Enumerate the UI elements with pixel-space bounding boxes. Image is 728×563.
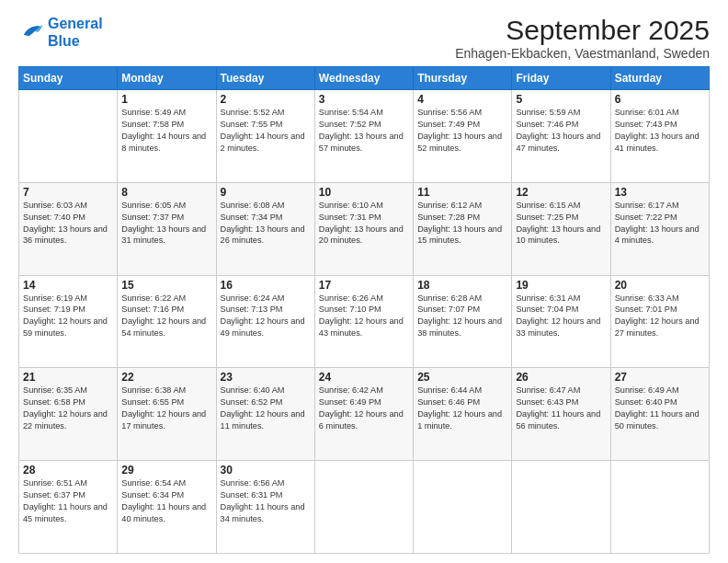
day-number: 27 <box>615 371 705 384</box>
day-number: 2 <box>221 93 311 106</box>
cell-info: Sunrise: 6:56 AMSunset: 6:31 PMDaylight:… <box>221 477 311 525</box>
day-number: 3 <box>319 93 409 106</box>
day-number: 5 <box>516 93 606 106</box>
calendar-cell: 19Sunrise: 6:31 AMSunset: 7:04 PMDayligh… <box>512 275 610 368</box>
calendar-cell: 4Sunrise: 5:56 AMSunset: 7:49 PMDaylight… <box>414 90 512 183</box>
calendar-week-1: 1Sunrise: 5:49 AMSunset: 7:58 PMDaylight… <box>19 90 710 183</box>
col-sunday: Sunday <box>19 67 118 90</box>
cell-info: Sunrise: 6:28 AMSunset: 7:07 PMDaylight:… <box>417 293 507 340</box>
calendar-cell: 15Sunrise: 6:22 AMSunset: 7:16 PMDayligh… <box>118 275 216 368</box>
day-number: 13 <box>615 186 705 199</box>
col-monday: Monday <box>118 67 216 90</box>
calendar-week-2: 7Sunrise: 6:03 AMSunset: 7:40 PMDaylight… <box>19 182 710 275</box>
calendar-cell: 3Sunrise: 5:54 AMSunset: 7:52 PMDaylight… <box>314 90 413 183</box>
cell-info: Sunrise: 6:05 AMSunset: 7:37 PMDaylight:… <box>121 200 211 247</box>
calendar-cell: 14Sunrise: 6:19 AMSunset: 7:19 PMDayligh… <box>19 275 118 368</box>
calendar-cell: 26Sunrise: 6:47 AMSunset: 6:43 PMDayligh… <box>512 368 610 461</box>
calendar-cell: 25Sunrise: 6:44 AMSunset: 6:46 PMDayligh… <box>414 368 512 461</box>
day-number: 12 <box>516 186 606 199</box>
calendar-cell: 23Sunrise: 6:40 AMSunset: 6:52 PMDayligh… <box>216 368 314 461</box>
calendar-cell: 29Sunrise: 6:54 AMSunset: 6:34 PMDayligh… <box>118 461 216 554</box>
cell-info: Sunrise: 6:22 AMSunset: 7:16 PMDaylight:… <box>121 293 211 340</box>
col-wednesday: Wednesday <box>314 67 413 90</box>
col-thursday: Thursday <box>414 67 512 90</box>
calendar-cell: 1Sunrise: 5:49 AMSunset: 7:58 PMDaylight… <box>118 90 216 183</box>
day-number: 14 <box>23 279 113 292</box>
day-number: 4 <box>417 93 507 106</box>
calendar-week-5: 28Sunrise: 6:51 AMSunset: 6:37 PMDayligh… <box>19 461 710 554</box>
calendar-cell: 5Sunrise: 5:59 AMSunset: 7:46 PMDaylight… <box>512 90 610 183</box>
day-number: 28 <box>23 464 113 477</box>
cell-info: Sunrise: 6:24 AMSunset: 7:13 PMDaylight:… <box>221 293 311 340</box>
cell-info: Sunrise: 6:51 AMSunset: 6:37 PMDaylight:… <box>23 477 113 525</box>
title-block: September 2025 Enhagen-Ekbacken, Vaestma… <box>455 15 710 61</box>
day-number: 23 <box>221 371 311 384</box>
calendar-cell: 9Sunrise: 6:08 AMSunset: 7:34 PMDaylight… <box>216 182 314 275</box>
calendar-cell <box>610 461 709 554</box>
calendar-cell: 28Sunrise: 6:51 AMSunset: 6:37 PMDayligh… <box>19 461 118 554</box>
col-saturday: Saturday <box>610 67 709 90</box>
calendar-cell: 10Sunrise: 6:10 AMSunset: 7:31 PMDayligh… <box>314 182 413 275</box>
calendar-cell: 22Sunrise: 6:38 AMSunset: 6:55 PMDayligh… <box>118 368 216 461</box>
day-number: 16 <box>221 279 311 292</box>
calendar-cell: 11Sunrise: 6:12 AMSunset: 7:28 PMDayligh… <box>414 182 512 275</box>
day-number: 20 <box>615 279 705 292</box>
cell-info: Sunrise: 5:49 AMSunset: 7:58 PMDaylight:… <box>121 107 211 155</box>
day-number: 17 <box>319 279 409 292</box>
logo: General Blue <box>18 15 103 50</box>
cell-info: Sunrise: 6:40 AMSunset: 6:52 PMDaylight:… <box>221 385 311 432</box>
logo-icon <box>18 22 44 42</box>
cell-info: Sunrise: 6:10 AMSunset: 7:31 PMDaylight:… <box>319 200 409 247</box>
cell-info: Sunrise: 6:42 AMSunset: 6:49 PMDaylight:… <box>319 385 409 432</box>
page-title: September 2025 <box>455 15 710 46</box>
calendar-cell: 24Sunrise: 6:42 AMSunset: 6:49 PMDayligh… <box>314 368 413 461</box>
calendar-cell: 13Sunrise: 6:17 AMSunset: 7:22 PMDayligh… <box>610 182 709 275</box>
cell-info: Sunrise: 6:31 AMSunset: 7:04 PMDaylight:… <box>516 293 606 340</box>
calendar-cell <box>19 90 118 183</box>
cell-info: Sunrise: 6:38 AMSunset: 6:55 PMDaylight:… <box>121 385 211 432</box>
calendar-cell: 21Sunrise: 6:35 AMSunset: 6:58 PMDayligh… <box>19 368 118 461</box>
cell-info: Sunrise: 5:54 AMSunset: 7:52 PMDaylight:… <box>319 107 409 155</box>
day-number: 29 <box>121 464 211 477</box>
cell-info: Sunrise: 6:17 AMSunset: 7:22 PMDaylight:… <box>615 200 705 247</box>
cell-info: Sunrise: 5:59 AMSunset: 7:46 PMDaylight:… <box>516 107 606 155</box>
day-number: 15 <box>121 279 211 292</box>
calendar-cell: 20Sunrise: 6:33 AMSunset: 7:01 PMDayligh… <box>610 275 709 368</box>
calendar-week-4: 21Sunrise: 6:35 AMSunset: 6:58 PMDayligh… <box>19 368 710 461</box>
cell-info: Sunrise: 6:49 AMSunset: 6:40 PMDaylight:… <box>615 385 705 432</box>
calendar-cell <box>314 461 413 554</box>
day-number: 25 <box>417 371 507 384</box>
cell-info: Sunrise: 6:19 AMSunset: 7:19 PMDaylight:… <box>23 293 113 340</box>
day-number: 30 <box>221 464 311 477</box>
cell-info: Sunrise: 6:44 AMSunset: 6:46 PMDaylight:… <box>417 385 507 432</box>
calendar-week-3: 14Sunrise: 6:19 AMSunset: 7:19 PMDayligh… <box>19 275 710 368</box>
calendar-cell: 16Sunrise: 6:24 AMSunset: 7:13 PMDayligh… <box>216 275 314 368</box>
cell-info: Sunrise: 6:15 AMSunset: 7:25 PMDaylight:… <box>516 200 606 247</box>
calendar-cell: 27Sunrise: 6:49 AMSunset: 6:40 PMDayligh… <box>610 368 709 461</box>
day-number: 19 <box>516 279 606 292</box>
logo-text: General Blue <box>48 15 103 50</box>
day-number: 7 <box>23 186 113 199</box>
day-number: 9 <box>221 186 311 199</box>
cell-info: Sunrise: 6:12 AMSunset: 7:28 PMDaylight:… <box>417 200 507 247</box>
page-subtitle: Enhagen-Ekbacken, Vaestmanland, Sweden <box>455 46 710 61</box>
calendar-cell: 7Sunrise: 6:03 AMSunset: 7:40 PMDaylight… <box>19 182 118 275</box>
calendar-cell: 30Sunrise: 6:56 AMSunset: 6:31 PMDayligh… <box>216 461 314 554</box>
cell-info: Sunrise: 5:52 AMSunset: 7:55 PMDaylight:… <box>221 107 311 155</box>
cell-info: Sunrise: 6:03 AMSunset: 7:40 PMDaylight:… <box>23 200 113 247</box>
day-number: 11 <box>417 186 507 199</box>
day-number: 8 <box>121 186 211 199</box>
day-number: 6 <box>615 93 705 106</box>
calendar-cell: 18Sunrise: 6:28 AMSunset: 7:07 PMDayligh… <box>414 275 512 368</box>
cell-info: Sunrise: 6:08 AMSunset: 7:34 PMDaylight:… <box>221 200 311 247</box>
day-number: 1 <box>121 93 211 106</box>
cell-info: Sunrise: 6:01 AMSunset: 7:43 PMDaylight:… <box>615 107 705 155</box>
calendar-cell: 12Sunrise: 6:15 AMSunset: 7:25 PMDayligh… <box>512 182 610 275</box>
cell-info: Sunrise: 6:35 AMSunset: 6:58 PMDaylight:… <box>23 385 113 432</box>
calendar-cell: 2Sunrise: 5:52 AMSunset: 7:55 PMDaylight… <box>216 90 314 183</box>
day-number: 10 <box>319 186 409 199</box>
day-number: 24 <box>319 371 409 384</box>
calendar-cell <box>512 461 610 554</box>
calendar-table: Sunday Monday Tuesday Wednesday Thursday… <box>18 66 710 554</box>
cell-info: Sunrise: 6:26 AMSunset: 7:10 PMDaylight:… <box>319 293 409 340</box>
